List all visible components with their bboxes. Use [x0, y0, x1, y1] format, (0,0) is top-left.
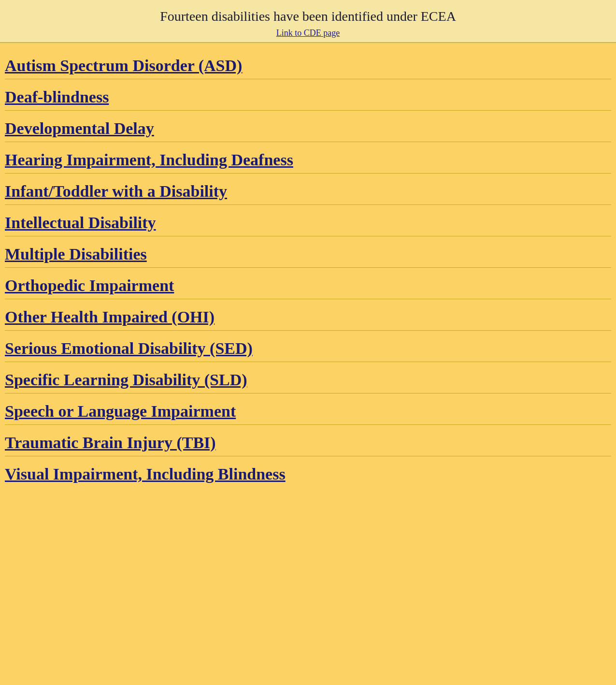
disability-link-infant-toddler[interactable]: Infant/Toddler with a Disability [5, 174, 611, 204]
disability-link-multiple-disabilities[interactable]: Multiple Disabilities [5, 236, 611, 267]
disability-link-ohi[interactable]: Other Health Impaired (OHI) [5, 299, 611, 330]
disability-link-intellectual-disability[interactable]: Intellectual Disability [5, 205, 611, 236]
disability-link-visual-impairment[interactable]: Visual Impairment, Including Blindness [5, 456, 611, 487]
disability-link-speech-language[interactable]: Speech or Language Impairment [5, 394, 611, 424]
disability-link-asd[interactable]: Autism Spectrum Disorder (ASD) [5, 48, 611, 79]
disability-link-tbi[interactable]: Traumatic Brain Injury (TBI) [5, 425, 611, 456]
page-header: Fourteen disabilities have been identifi… [0, 0, 616, 43]
page-title: Fourteen disabilities have been identifi… [10, 9, 606, 24]
cde-page-link[interactable]: Link to CDE page [276, 28, 340, 38]
disability-link-sed[interactable]: Serious Emotional Disability (SED) [5, 331, 611, 362]
disability-link-hearing-impairment[interactable]: Hearing Impairment, Including Deafness [5, 142, 611, 173]
disability-link-deaf-blindness[interactable]: Deaf-blindness [5, 79, 611, 110]
disabilities-list: Autism Spectrum Disorder (ASD)Deaf-blind… [0, 43, 616, 502]
disability-link-orthopedic-impairment[interactable]: Orthopedic Impairment [5, 268, 611, 299]
disability-link-sld[interactable]: Specific Learning Disability (SLD) [5, 362, 611, 393]
disability-link-developmental-delay[interactable]: Developmental Delay [5, 111, 611, 142]
